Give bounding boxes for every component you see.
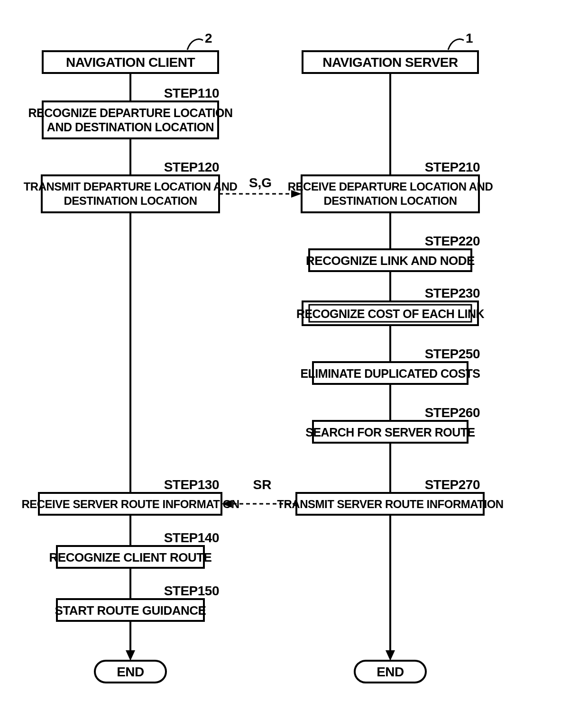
arrowhead-icon: [126, 650, 135, 661]
client-ref-marker: 2: [187, 31, 212, 50]
step120-box: TRANSMIT DEPARTURE LOCATION AND DESTINAT…: [24, 175, 238, 212]
step250-label: STEP250: [425, 346, 480, 361]
step260-line1: SEARCH FOR SERVER ROUTE: [305, 426, 475, 439]
step150-box: START ROUTE GUIDANCE: [55, 599, 206, 621]
step210-line1: RECEIVE DEPARTURE LOCATION AND: [288, 180, 493, 193]
client-end: END: [117, 664, 144, 679]
step230-label: STEP230: [425, 286, 480, 300]
step130-line1: RECEIVE SERVER ROUTE INFORMATION: [21, 498, 239, 510]
client-title-box: NAVIGATION CLIENT: [43, 51, 218, 73]
server-title-box: NAVIGATION SERVER: [303, 51, 478, 73]
step150-label: STEP150: [164, 583, 219, 598]
flowchart: 2 NAVIGATION CLIENT STEP110 RECOGNIZE DE…: [0, 0, 588, 719]
server-end-box: END: [355, 661, 426, 683]
server-ref: 1: [466, 31, 473, 46]
msg-sg-label: S,G: [249, 175, 272, 190]
step270-box: TRANSMIT SERVER ROUTE INFORMATION: [277, 493, 503, 515]
step210-box: RECEIVE DEPARTURE LOCATION AND DESTINATI…: [288, 175, 493, 212]
step110-line1: RECOGNIZE DEPARTURE LOCATION: [28, 106, 233, 119]
step110-box: RECOGNIZE DEPARTURE LOCATION AND DESTINA…: [28, 101, 233, 138]
step120-line2: DESTINATION LOCATION: [64, 194, 197, 207]
step110-line2: AND DESTINATION LOCATION: [47, 120, 214, 134]
step250-box: ELIMINATE DUPLICATED COSTS: [300, 362, 480, 384]
step120-label: STEP120: [164, 160, 219, 174]
step270-line1: TRANSMIT SERVER ROUTE INFORMATION: [277, 498, 503, 510]
step120-line1: TRANSMIT DEPARTURE LOCATION AND: [24, 180, 238, 193]
step260-box: SEARCH FOR SERVER ROUTE: [305, 421, 475, 443]
arrowhead-icon: [386, 650, 395, 661]
server-ref-marker: 1: [448, 31, 473, 50]
step140-label: STEP140: [164, 530, 219, 545]
client-ref: 2: [205, 31, 212, 46]
step210-label: STEP210: [425, 160, 480, 174]
step230-line1: RECOGNIZE COST OF EACH LINK: [296, 307, 485, 320]
step260-label: STEP260: [425, 405, 480, 420]
server-title: NAVIGATION SERVER: [322, 55, 458, 70]
step270-label: STEP270: [425, 477, 480, 492]
step250-line1: ELIMINATE DUPLICATED COSTS: [300, 367, 480, 380]
step130-box: RECEIVE SERVER ROUTE INFORMATION: [21, 493, 239, 515]
step150-line1: START ROUTE GUIDANCE: [55, 603, 206, 618]
step110-label: STEP110: [164, 86, 219, 100]
client-end-box: END: [95, 661, 166, 683]
server-end: END: [377, 664, 404, 679]
step130-label: STEP130: [164, 477, 219, 492]
step220-label: STEP220: [425, 234, 480, 248]
step220-line1: RECOGNIZE LINK AND NODE: [306, 254, 475, 268]
step210-line2: DESTINATION LOCATION: [323, 194, 457, 207]
msg-sr-label: SR: [253, 477, 272, 492]
client-title: NAVIGATION CLIENT: [66, 55, 195, 70]
step140-line1: RECOGNIZE CLIENT ROUTE: [49, 550, 212, 564]
step220-box: RECOGNIZE LINK AND NODE: [306, 249, 475, 271]
step140-box: RECOGNIZE CLIENT ROUTE: [49, 546, 212, 568]
step230-box: RECOGNIZE COST OF EACH LINK: [296, 301, 485, 325]
